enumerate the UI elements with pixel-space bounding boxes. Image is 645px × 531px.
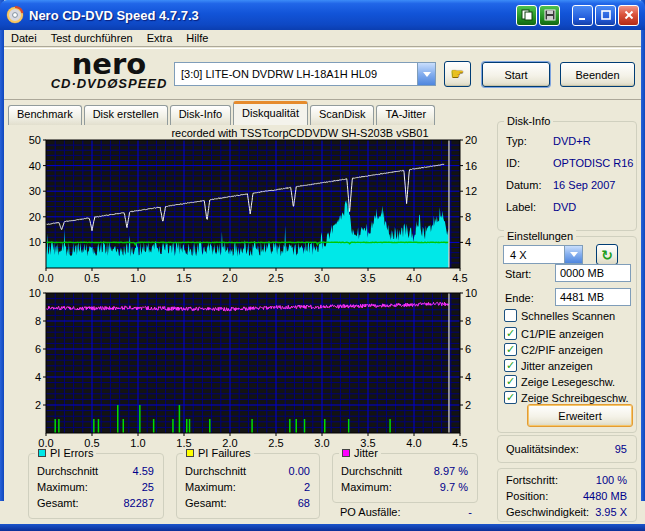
eject-disc-button[interactable]: ☛ [444, 61, 471, 87]
svg-text:2: 2 [465, 399, 471, 411]
drive-select[interactable]: [3:0] LITE-ON DVDRW LH-18A1H HL09 [174, 62, 436, 86]
menu-datei[interactable]: Datei [4, 31, 44, 45]
checkbox-c1-pie[interactable]: ✓ C1/PIE anzeigen [504, 327, 604, 340]
scan-start-field[interactable]: 0000 MB [555, 264, 631, 282]
logo-subtext: CD·DVDØSPEED [34, 77, 184, 90]
checkbox-jitter-label: Jitter anzeigen [521, 360, 593, 372]
svg-text:0.0: 0.0 [38, 272, 53, 284]
svg-text:50: 50 [29, 134, 41, 146]
checkbox-icon: ✓ [504, 359, 517, 372]
logo-text: nero [34, 51, 184, 77]
svg-text:3.5: 3.5 [360, 272, 375, 284]
checkbox-fast-scan[interactable]: ✓ Schnelles Scannen [504, 309, 615, 322]
svg-text:1.0: 1.0 [130, 272, 145, 284]
pi-errors-avg-label: Durchschnitt [37, 465, 98, 477]
svg-text:4: 4 [465, 236, 471, 248]
disk-id-label: ID: [506, 157, 520, 169]
chart-recorded-with-title: recorded with TSSTcorpCDDVDW SH-S203B vS… [120, 127, 480, 139]
tab-disk-info[interactable]: Disk-Info [170, 105, 231, 125]
pie-and-speed-chart: 5040302010201612840.00.51.01.52.02.53.03… [8, 127, 494, 287]
speed-chevron-down-icon[interactable] [564, 246, 582, 263]
jitter-max-value: 9.7 % [440, 481, 468, 493]
checkbox-write-speed[interactable]: ✓ Zeige Schreibgeschw. [504, 391, 629, 404]
jitter-max-label: Maximum: [341, 481, 392, 493]
checkbox-icon: ✓ [504, 343, 517, 356]
maximize-button[interactable] [595, 5, 616, 26]
tab-scandisk[interactable]: ScanDisk [310, 105, 374, 125]
pi-failures-panel: PI Failures Durchschnitt0.00 Maximum:2 G… [176, 453, 320, 519]
pi-errors-total-value: 82287 [123, 497, 154, 509]
close-button[interactable] [618, 5, 639, 26]
header: nero CD·DVDØSPEED [3:0] LITE-ON DVDRW LH… [4, 48, 641, 100]
titlebar[interactable]: Nero CD-DVD Speed 4.7.7.3 [0, 0, 645, 30]
jitter-panel: Jitter Durchschnitt8.97 % Maximum:9.7 % [332, 453, 478, 503]
position-label: Position: [506, 490, 548, 502]
menu-extra[interactable]: Extra [140, 31, 180, 45]
checkbox-icon: ✓ [504, 327, 517, 340]
advanced-button[interactable]: Erweitert [527, 404, 633, 427]
disk-info-panel: Disk-Info Typ:DVD+R ID:OPTODISC R16 Datu… [497, 121, 637, 231]
disk-info-title: Disk-Info [504, 115, 553, 127]
svg-text:2.5: 2.5 [268, 437, 283, 449]
svg-text:2: 2 [35, 399, 41, 411]
disk-type-label: Typ: [506, 135, 527, 147]
checkbox-c2-pif-label: C2/PIF anzeigen [521, 344, 603, 356]
tab-diskqualitaet[interactable]: Diskqualität [233, 101, 308, 125]
svg-text:30: 30 [29, 185, 41, 197]
svg-text:4: 4 [465, 371, 471, 383]
checkbox-read-speed-label: Zeige Lesegeschw. [521, 376, 615, 388]
drive-select-value: [3:0] LITE-ON DVDRW LH-18A1H HL09 [175, 68, 417, 80]
svg-text:16: 16 [465, 160, 477, 172]
maximize-icon [600, 9, 612, 21]
disk-id-value: OPTODISC R16 [553, 157, 634, 169]
svg-text:12: 12 [465, 185, 477, 197]
jitter-and-pif-chart: 1086421086420.00.51.01.52.02.53.03.54.04… [8, 287, 494, 452]
disk-date-label: Datum: [506, 179, 541, 191]
checkbox-icon: ✓ [504, 391, 517, 404]
checkbox-jitter[interactable]: ✓ Jitter anzeigen [504, 359, 593, 372]
checkbox-icon: ✓ [504, 375, 517, 388]
svg-text:6: 6 [465, 343, 471, 355]
pi-failures-total-label: Gesamt: [185, 497, 227, 509]
pi-failures-max-value: 2 [304, 481, 310, 493]
checkbox-c2-pif[interactable]: ✓ C2/PIF anzeigen [504, 343, 603, 356]
window-border-right [641, 0, 645, 501]
speed-select-value: 4 X [504, 249, 564, 261]
menu-hilfe[interactable]: Hilfe [179, 31, 215, 45]
svg-text:20: 20 [29, 211, 41, 223]
svg-text:10: 10 [29, 236, 41, 248]
checkbox-c1-pie-label: C1/PIE anzeigen [521, 328, 604, 340]
checkbox-read-speed[interactable]: ✓ Zeige Lesegeschw. [504, 375, 615, 388]
tab-ta-jitter[interactable]: TA-Jitter [376, 105, 435, 125]
copy-button[interactable] [516, 5, 537, 26]
svg-text:3.5: 3.5 [360, 437, 375, 449]
refresh-button[interactable]: ↻ [596, 244, 618, 265]
minimize-button[interactable] [572, 5, 593, 26]
svg-text:8: 8 [465, 211, 471, 223]
disk-label-value: DVD [553, 201, 576, 213]
progress-value: 100 % [596, 474, 627, 486]
pi-errors-max-label: Maximum: [37, 481, 88, 493]
svg-text:4.0: 4.0 [406, 437, 421, 449]
tab-benchmark[interactable]: Benchmark [8, 105, 82, 125]
scan-end-field[interactable]: 4481 MB [555, 288, 631, 306]
tab-disk-erstellen[interactable]: Disk erstellen [84, 105, 168, 125]
chevron-down-icon[interactable] [417, 63, 435, 85]
save-button[interactable] [539, 5, 560, 26]
quality-index-value: 95 [615, 443, 627, 455]
speed-value: 3.95 X [595, 506, 627, 518]
pi-errors-max-value: 25 [142, 481, 154, 493]
speed-select[interactable]: 4 X [503, 245, 583, 264]
nero-cd-dvd-speed-window: Nero CD-DVD Speed 4.7.7.3 [0, 0, 645, 531]
menubar: Datei Test durchführen Extra Hilfe [4, 30, 641, 47]
svg-text:3.0: 3.0 [314, 437, 329, 449]
quit-button[interactable]: Beenden [560, 62, 635, 87]
svg-text:4.5: 4.5 [452, 272, 467, 284]
svg-text:0.0: 0.0 [38, 437, 53, 449]
svg-text:4.0: 4.0 [406, 272, 421, 284]
start-button[interactable]: Start [482, 62, 550, 87]
menu-test-durchfuehren[interactable]: Test durchführen [44, 31, 140, 45]
pi-failures-max-label: Maximum: [185, 481, 236, 493]
save-icon [544, 9, 556, 21]
pi-failures-avg-label: Durchschnitt [185, 465, 246, 477]
